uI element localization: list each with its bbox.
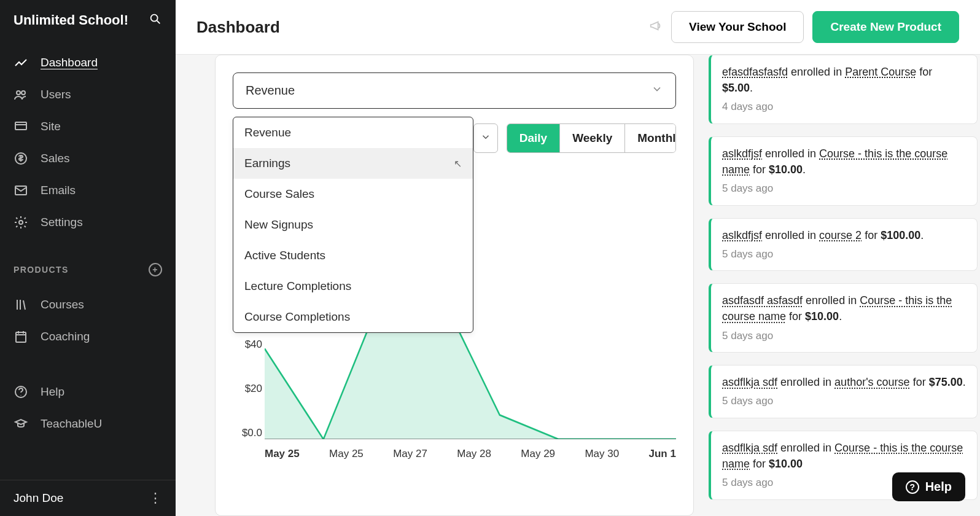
period-segmented: DailyWeeklyMonthly <box>507 123 676 153</box>
megaphone-icon[interactable] <box>649 19 663 36</box>
sidebar-item-coaching[interactable]: Coaching <box>0 321 176 353</box>
bottom-nav: HelpTeachableU <box>0 370 176 446</box>
sidebar-item-label: Settings <box>41 216 83 229</box>
products-section-header: PRODUCTS + <box>0 244 176 283</box>
metric-option-revenue[interactable]: Revenue <box>233 117 473 148</box>
activity-text: enrolled in <box>803 294 860 307</box>
activity-text: for <box>916 66 932 78</box>
activity-item[interactable]: aslkdfjsf enrolled in course 2 for $100.… <box>709 218 978 272</box>
activity-text: enrolled in <box>777 376 834 388</box>
sidebar-item-emails[interactable]: Emails <box>0 174 176 206</box>
sidebar-item-dashboard[interactable]: Dashboard <box>0 47 176 79</box>
sidebar-item-courses[interactable]: Courses <box>0 289 176 321</box>
sidebar-item-label: Dashboard <box>41 56 98 69</box>
activity-text: . <box>920 229 924 241</box>
svg-point-3 <box>21 91 25 95</box>
books-icon <box>14 297 28 312</box>
period-weekly[interactable]: Weekly <box>560 124 625 152</box>
x-tick: May 25 <box>329 448 364 460</box>
chevron-down-icon <box>651 83 663 98</box>
add-product-button[interactable]: + <box>149 263 162 276</box>
activity-course[interactable]: author's course <box>834 376 910 388</box>
sidebar-item-label: Emails <box>41 184 76 197</box>
current-user[interactable]: John Doe <box>14 491 63 505</box>
help-widget[interactable]: ? Help <box>892 472 965 501</box>
activity-item[interactable]: efasdfasfasfd enrolled in Parent Course … <box>709 55 978 124</box>
chevron-down-icon <box>480 131 491 145</box>
activity-item[interactable]: asdflkja sdf enrolled in author's course… <box>709 365 978 418</box>
activity-user[interactable]: asdfasdf asfasdf <box>722 294 803 307</box>
sidebar-item-help[interactable]: Help <box>0 376 176 408</box>
metric-option-lecture-completions[interactable]: Lecture Completions <box>233 271 473 302</box>
chart-x-axis: May 25May 25May 27May 28May 29May 30Jun … <box>265 448 676 460</box>
x-tick: May 29 <box>521 448 555 460</box>
activity-user[interactable]: efasdfasfasfd <box>722 66 788 78</box>
activity-item[interactable]: asdfasdf asfasdf enrolled in Course - th… <box>709 283 978 353</box>
products-label: PRODUCTS <box>14 265 69 275</box>
x-tick: May 30 <box>585 448 619 460</box>
activity-text: . <box>750 82 753 94</box>
sidebar: Unlimited School! DashboardUsersSiteSale… <box>0 0 176 516</box>
users-icon <box>14 87 28 102</box>
activity-text: . <box>963 376 966 388</box>
sidebar-item-settings[interactable]: Settings <box>0 206 176 238</box>
svg-line-11 <box>23 300 25 310</box>
sidebar-item-sales[interactable]: Sales <box>0 143 176 174</box>
sidebar-item-label: Courses <box>41 298 84 311</box>
activity-time: 4 days ago <box>722 100 966 115</box>
period-daily[interactable]: Daily <box>507 124 560 152</box>
sidebar-item-site[interactable]: Site <box>0 111 176 143</box>
view-school-button[interactable]: View Your School <box>671 11 804 43</box>
activity-course[interactable]: course 2 <box>819 229 861 241</box>
metric-option-new-signups[interactable]: New Signups <box>233 209 473 240</box>
activity-amount: $10.00 <box>805 310 839 322</box>
activity-text: enrolled in <box>762 147 819 160</box>
period-monthly[interactable]: Monthly <box>625 124 676 152</box>
metric-option-course-sales[interactable]: Course Sales <box>233 179 473 209</box>
main: Dashboard View Your School Create New Pr… <box>176 0 980 516</box>
primary-nav: DashboardUsersSiteSalesEmailsSettings <box>0 41 176 244</box>
activity-time: 5 days ago <box>722 181 966 197</box>
gear-icon <box>14 215 28 230</box>
activity-feed: efasdfasfasfd enrolled in Parent Course … <box>709 55 980 516</box>
activity-amount: $100.00 <box>881 229 920 241</box>
school-name[interactable]: Unlimited School! <box>14 12 128 28</box>
activity-amount: $10.00 <box>769 163 803 176</box>
svg-point-2 <box>17 91 20 95</box>
metric-dropdown: RevenueEarnings↖Course SalesNew SignupsA… <box>233 117 473 333</box>
activity-text: for <box>861 229 881 241</box>
activity-text: . <box>803 163 806 176</box>
metric-option-label: Active Students <box>244 249 325 262</box>
site-icon <box>14 119 28 134</box>
metric-option-active-students[interactable]: Active Students <box>233 240 473 271</box>
activity-text: . <box>839 310 842 322</box>
create-product-button[interactable]: Create New Product <box>812 11 959 43</box>
search-icon[interactable] <box>149 12 162 28</box>
metric-option-earnings[interactable]: Earnings↖ <box>233 148 473 179</box>
activity-text: enrolled in <box>777 442 834 454</box>
activity-text: for <box>910 376 929 388</box>
metric-select[interactable]: Revenue <box>233 72 676 109</box>
svg-point-0 <box>151 15 158 22</box>
activity-item[interactable]: aslkdfjsf enrolled in Course - this is t… <box>709 136 978 206</box>
activity-user[interactable]: aslkdfjsf <box>722 147 762 160</box>
metric-option-label: Course Sales <box>244 187 314 201</box>
x-tick: May 27 <box>393 448 427 460</box>
activity-course[interactable]: Parent Course <box>845 66 916 78</box>
calendar-icon <box>14 329 28 344</box>
metric-option-course-completions[interactable]: Course Completions <box>233 302 473 332</box>
activity-amount: $5.00 <box>722 82 750 94</box>
activity-user[interactable]: asdflkja sdf <box>722 376 777 388</box>
secondary-dropdown[interactable] <box>473 123 498 153</box>
activity-user[interactable]: asdflkja sdf <box>722 442 777 454</box>
activity-time: 5 days ago <box>722 394 966 409</box>
sidebar-item-users[interactable]: Users <box>0 79 176 111</box>
activity-user[interactable]: aslkdfjsf <box>722 229 762 241</box>
user-menu-kebab-icon[interactable]: ⋮ <box>149 490 162 506</box>
activity-text: for <box>750 163 769 176</box>
sidebar-item-teachableu[interactable]: TeachableU <box>0 408 176 440</box>
grad-icon <box>14 416 28 431</box>
y-tick: $0.0 <box>242 427 262 439</box>
help-circle-icon: ? <box>906 480 919 494</box>
metric-option-label: New Signups <box>244 218 313 232</box>
